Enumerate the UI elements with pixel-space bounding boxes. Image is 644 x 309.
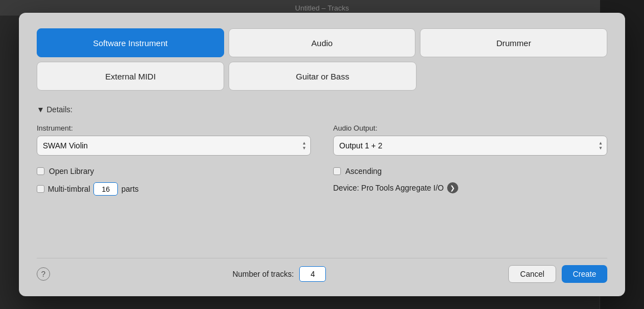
track-type-guitar-or-bass[interactable]: Guitar or Bass bbox=[229, 62, 416, 91]
instrument-label: Instrument: bbox=[37, 124, 311, 132]
details-header-text: ▼ Details: bbox=[37, 105, 72, 114]
device-row: Device: Pro Tools Aggregate I/O ❯ bbox=[333, 182, 607, 193]
create-button[interactable]: Create bbox=[562, 265, 607, 283]
audio-output-label: Audio Output: bbox=[333, 124, 607, 132]
device-arrow-button[interactable]: ❯ bbox=[447, 182, 458, 193]
bottom-bar: ? Number of tracks: Cancel Create bbox=[37, 258, 607, 283]
multitimbral-checkbox[interactable] bbox=[37, 185, 44, 193]
new-track-dialog: Software Instrument Audio Drummer Extern… bbox=[19, 13, 625, 296]
device-label: Device: Pro Tools Aggregate I/O bbox=[333, 183, 444, 192]
details-grid: Instrument: SWAM Violin ▲ ▼ Open Library bbox=[37, 124, 607, 202]
cancel-button[interactable]: Cancel bbox=[508, 265, 556, 283]
track-type-drummer[interactable]: Drummer bbox=[420, 28, 607, 57]
details-header: ▼ Details: bbox=[37, 105, 607, 114]
open-library-row: Open Library bbox=[37, 167, 311, 176]
details-right-column: Audio Output: Output 1 + 2 ▲ ▼ Ascending bbox=[333, 124, 607, 202]
multitimbral-parts-input[interactable] bbox=[93, 182, 118, 196]
tracks-count-area: Number of tracks: bbox=[232, 266, 326, 282]
help-button[interactable]: ? bbox=[37, 267, 50, 281]
track-type-software-instrument[interactable]: Software Instrument bbox=[37, 28, 224, 57]
ascending-checkbox[interactable] bbox=[333, 167, 341, 175]
track-type-row-1: Software Instrument Audio Drummer bbox=[37, 28, 607, 57]
ascending-label: Ascending bbox=[345, 167, 382, 176]
multitimbral-row: Multi-timbral parts bbox=[37, 182, 311, 196]
audio-output-select[interactable]: Output 1 + 2 bbox=[333, 136, 607, 156]
instrument-select[interactable]: SWAM Violin bbox=[37, 136, 311, 156]
parts-label: parts bbox=[121, 185, 138, 193]
track-type-row-2: External MIDI Guitar or Bass bbox=[37, 62, 607, 91]
number-of-tracks-label: Number of tracks: bbox=[232, 270, 294, 278]
audio-output-select-wrapper: Output 1 + 2 ▲ ▼ bbox=[333, 136, 607, 156]
track-type-external-midi[interactable]: External MIDI bbox=[37, 62, 224, 91]
modal-overlay: Software Instrument Audio Drummer Extern… bbox=[0, 0, 644, 309]
open-library-checkbox[interactable] bbox=[37, 167, 44, 175]
open-library-label: Open Library bbox=[49, 167, 94, 176]
track-type-audio[interactable]: Audio bbox=[229, 28, 416, 57]
action-buttons: Cancel Create bbox=[508, 265, 607, 283]
instrument-select-wrapper: SWAM Violin ▲ ▼ bbox=[37, 136, 311, 156]
number-of-tracks-input[interactable] bbox=[299, 266, 326, 282]
details-left-column: Instrument: SWAM Violin ▲ ▼ Open Library bbox=[37, 124, 311, 202]
details-section: ▼ Details: Instrument: SWAM Violin ▲ ▼ bbox=[37, 105, 607, 240]
ascending-row: Ascending bbox=[333, 167, 607, 176]
multitimbral-label: Multi-timbral bbox=[48, 185, 90, 193]
